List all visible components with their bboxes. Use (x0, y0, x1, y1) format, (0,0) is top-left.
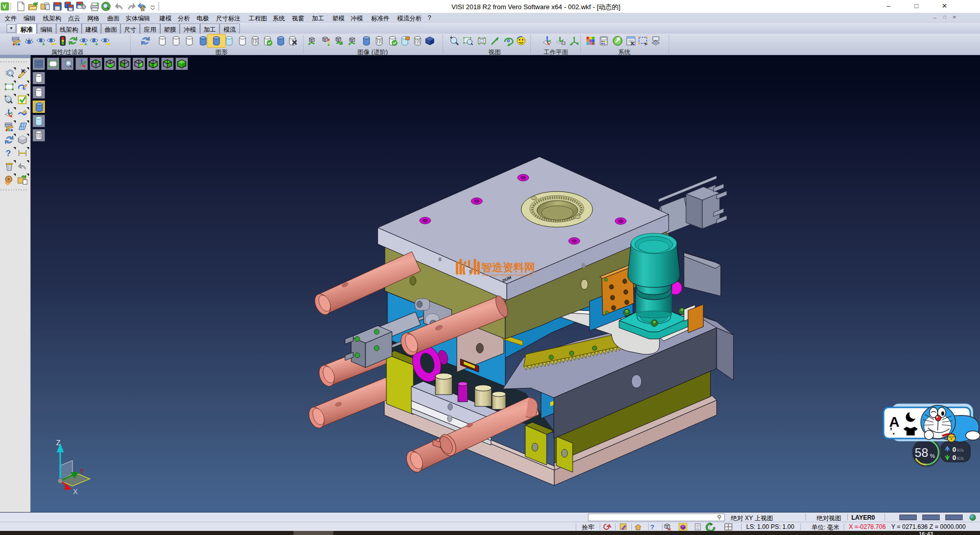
svg-text:0: 0 (952, 446, 956, 453)
svg-text:+: + (84, 41, 87, 47)
svg-text:?: ? (650, 523, 654, 531)
svg-text:智造资料网: 智造资料网 (481, 261, 535, 273)
svg-text:+: + (308, 42, 310, 47)
svg-text:+: + (450, 35, 453, 40)
svg-text:+: + (95, 41, 98, 47)
svg-text:X: X (73, 488, 78, 496)
svg-text:V: V (3, 4, 7, 10)
svg-text:Y: Y (80, 467, 85, 475)
svg-text:+: + (348, 42, 351, 47)
svg-text:+: + (4, 94, 7, 99)
svg-text:K/s: K/s (957, 448, 964, 453)
svg-text:’.: ’. (890, 426, 895, 436)
svg-text:+: + (42, 41, 45, 47)
svg-text:58: 58 (915, 446, 928, 459)
svg-text:K/s: K/s (957, 456, 964, 461)
svg-text:%: % (930, 453, 935, 459)
svg-text:Z: Z (56, 439, 61, 447)
svg-text:?: ? (6, 149, 11, 158)
svg-text:0: 0 (952, 454, 956, 461)
